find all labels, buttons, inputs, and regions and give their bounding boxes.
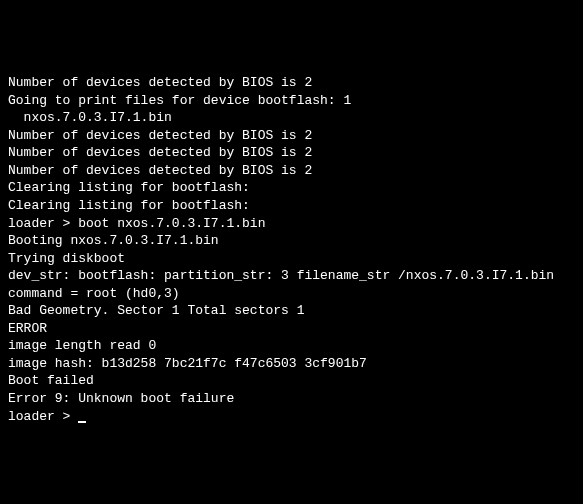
terminal-output: Number of devices detected by BIOS is 2G… [8,74,575,425]
terminal-line: image hash: b13d258 7bc21f7c f47c6503 3c… [8,355,575,373]
terminal-line: Number of devices detected by BIOS is 2 [8,74,575,92]
terminal-line: loader > boot nxos.7.0.3.I7.1.bin [8,215,575,233]
terminal-line: dev_str: bootflash: partition_str: 3 fil… [8,267,575,285]
terminal-line: Number of devices detected by BIOS is 2 [8,144,575,162]
terminal-line: Clearing listing for bootflash: [8,197,575,215]
terminal-line: image length read 0 [8,337,575,355]
terminal-line: Bad Geometry. Sector 1 Total sectors 1 [8,302,575,320]
terminal-line: command = root (hd0,3) [8,285,575,303]
terminal-line: Clearing listing for bootflash: [8,179,575,197]
terminal-line: nxos.7.0.3.I7.1.bin [8,109,575,127]
loader-prompt[interactable]: loader > [8,408,575,426]
terminal-line: Going to print files for device bootflas… [8,92,575,110]
terminal-line: Number of devices detected by BIOS is 2 [8,162,575,180]
terminal-line: Trying diskboot [8,250,575,268]
terminal-line: Error 9: Unknown boot failure [8,390,575,408]
terminal-line: Boot failed [8,372,575,390]
terminal-line: Number of devices detected by BIOS is 2 [8,127,575,145]
cursor [78,421,86,423]
terminal-line: Booting nxos.7.0.3.I7.1.bin [8,232,575,250]
terminal-line: ERROR [8,320,575,338]
